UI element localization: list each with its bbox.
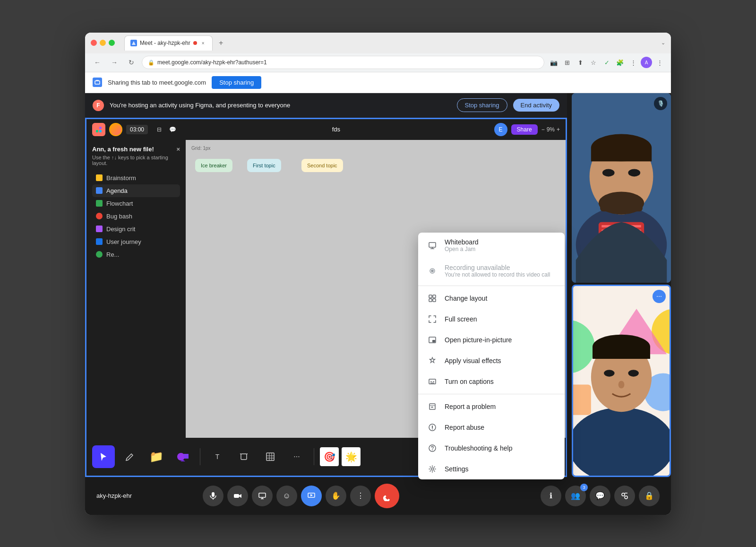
nav-item-re[interactable]: Re...: [92, 248, 180, 261]
close-window-button[interactable]: [91, 40, 97, 46]
svg-rect-60: [212, 492, 215, 497]
meeting-id: aky-hzpk-ehr: [96, 492, 132, 499]
emoji-button[interactable]: ☺: [276, 486, 297, 506]
active-tab[interactable]: Meet - aky-hzpk-ehr ×: [124, 35, 213, 51]
agenda-icon: [96, 187, 103, 194]
figma-tool-pencil[interactable]: [119, 445, 141, 468]
menu-item-full-screen[interactable]: Full screen: [418, 309, 565, 330]
svg-rect-44: [429, 299, 432, 302]
figma-tool-layout[interactable]: ⊟: [154, 124, 165, 135]
figma-tool-folder[interactable]: 📁: [145, 445, 168, 468]
url-text: meet.google.com/aky-hzpk-ehr?authuser=1: [157, 59, 538, 66]
tab-close-button[interactable]: ×: [200, 40, 206, 46]
new-tab-button[interactable]: +: [215, 36, 228, 50]
figma-tool-comment[interactable]: 💬: [167, 124, 178, 135]
chat-button[interactable]: 💬: [590, 486, 610, 506]
menu-item-report-problem[interactable]: Report a problem: [418, 396, 565, 417]
raise-hand-button[interactable]: ✋: [326, 486, 346, 506]
menu-item-pip[interactable]: Open picture-in-picture: [418, 330, 565, 350]
end-call-button[interactable]: [375, 484, 399, 508]
bottom-controls: aky-hzpk-ehr ☺ ✋ ⋮: [85, 477, 671, 515]
figma-share-button[interactable]: Share: [511, 124, 538, 135]
userjourney-icon: [96, 238, 103, 245]
figma-tool-frame[interactable]: [232, 445, 255, 468]
figma-tool-shapes[interactable]: [172, 445, 194, 468]
sharing-bar: Sharing this tab to meet.google.com Stop…: [85, 72, 671, 93]
menu-item-captions[interactable]: Turn on captions: [418, 371, 565, 392]
menu-item-report-abuse[interactable]: Report abuse: [418, 417, 565, 438]
nav-item-agenda[interactable]: Agenda: [92, 184, 180, 197]
figma-tool-text[interactable]: T: [206, 445, 229, 468]
toolbar-divider-2: [314, 448, 314, 465]
stop-sharing-button[interactable]: Stop sharing: [457, 98, 507, 112]
figma-sidebar: Ann, a fresh new file! × Use the ↑↓ keys…: [86, 140, 186, 438]
profile-avatar[interactable]: A: [641, 57, 652, 68]
title-bar: Meet - aky-hzpk-ehr × + ⌄: [85, 33, 671, 53]
menu-item-change-layout[interactable]: Change layout: [418, 288, 565, 309]
figma-tool-more[interactable]: ···: [285, 445, 308, 468]
svg-point-56: [432, 428, 433, 429]
figma-zoom-controls: − 9% +: [541, 126, 560, 133]
menu-item-troubleshooting[interactable]: Troubleshooting & help: [418, 438, 565, 459]
recording-content: Recording unavailable You're not allowed…: [445, 264, 550, 278]
video-menu-button[interactable]: ⋯: [653, 290, 666, 303]
url-bar[interactable]: 🔒 meet.google.com/aky-hzpk-ehr?authuser=…: [142, 56, 544, 69]
troubleshooting-title: Troubleshooting & help: [445, 444, 512, 452]
camera-icon[interactable]: 📷: [548, 57, 559, 68]
present-button[interactable]: [252, 486, 273, 506]
forward-button[interactable]: →: [108, 56, 121, 69]
svg-rect-39: [429, 243, 436, 247]
camera-button[interactable]: [227, 486, 248, 506]
chrome-menu-icon[interactable]: ⋮: [654, 57, 665, 68]
tab-title: Meet - aky-hzpk-ehr: [140, 40, 190, 46]
window-maximize[interactable]: ⌄: [661, 40, 665, 46]
card-first-topic: First topic: [247, 159, 281, 172]
mic-button[interactable]: [203, 486, 223, 506]
extension-check[interactable]: ✓: [601, 57, 612, 68]
figma-file-name: fds: [332, 126, 340, 133]
svg-point-5: [177, 453, 185, 460]
bookmark-icon[interactable]: ☆: [588, 57, 599, 68]
figma-tool-select[interactable]: [92, 445, 115, 468]
nav-item-bugbash[interactable]: Bug bash: [92, 210, 180, 223]
share-screen-button[interactable]: [301, 486, 322, 506]
end-activity-button[interactable]: End activity: [513, 99, 559, 112]
stop-sharing-banner-button[interactable]: Stop sharing: [212, 76, 261, 89]
lock-button[interactable]: 🔒: [639, 486, 660, 506]
reload-button[interactable]: ↻: [125, 56, 138, 69]
nav-item-brainstorm[interactable]: Brainstorm: [92, 172, 180, 184]
svg-rect-43: [433, 295, 436, 298]
recording-subtitle: You're not allowed to record this video …: [445, 271, 550, 278]
sticker-2[interactable]: 🌟: [342, 447, 361, 466]
nav-item-flowchart[interactable]: Flowchart: [92, 197, 180, 210]
re-icon: [96, 251, 103, 258]
nav-label-designcrit: Design crit: [106, 226, 135, 233]
sticker-1[interactable]: 🎯: [320, 447, 339, 466]
menu-item-settings[interactable]: Settings: [418, 459, 565, 479]
more-tools-icon[interactable]: ⋮: [627, 57, 639, 68]
zoom-plus[interactable]: +: [557, 126, 560, 133]
minimize-window-button[interactable]: [100, 40, 106, 46]
back-button[interactable]: ←: [91, 56, 104, 69]
svg-point-26: [628, 169, 640, 176]
zoom-minus[interactable]: −: [541, 126, 545, 133]
menu-divider-2: [418, 394, 565, 394]
figma-tool-table[interactable]: [259, 445, 282, 468]
more-options-button[interactable]: ⋮: [350, 486, 371, 506]
nav-item-designcrit[interactable]: Design crit: [92, 223, 180, 235]
info-button[interactable]: ℹ: [541, 486, 561, 506]
video-sidebar: 🎙️: [572, 93, 671, 477]
figma-menu-button[interactable]: [92, 123, 105, 136]
maximize-window-button[interactable]: [109, 40, 115, 46]
activities-button[interactable]: [614, 486, 635, 506]
people-count-badge: 3: [580, 484, 588, 491]
share-icon[interactable]: ⬆: [575, 57, 586, 68]
figma-sidebar-subtitle: Use the ↑↓ keys to pick a starting layou…: [92, 155, 180, 166]
brainstorm-icon: [96, 174, 103, 181]
open-tab-icon[interactable]: ⊞: [561, 57, 573, 68]
menu-item-visual-effects[interactable]: Apply visual effects: [418, 350, 565, 371]
extensions-icon[interactable]: 🧩: [614, 57, 626, 68]
menu-item-whiteboard[interactable]: Whiteboard Open a Jam: [418, 233, 565, 258]
nav-item-userjourney[interactable]: User journey: [92, 235, 180, 248]
collapse-icon[interactable]: ×: [176, 146, 180, 153]
